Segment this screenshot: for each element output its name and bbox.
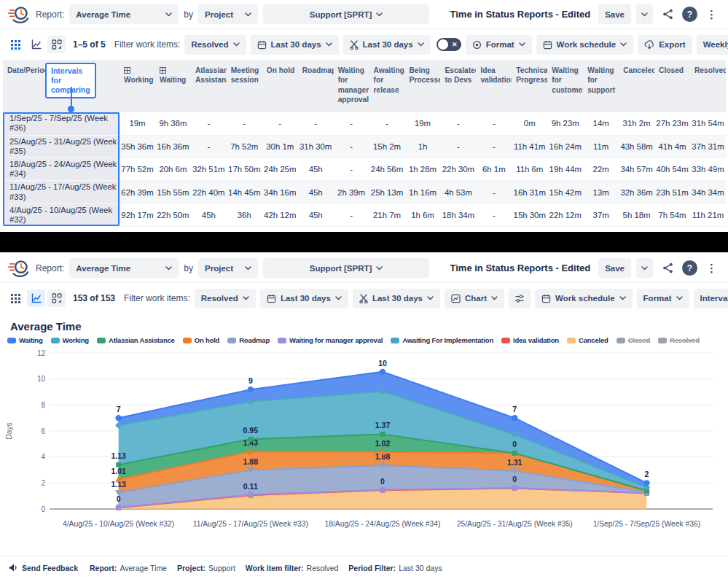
pivot-view-button[interactable]: [47, 36, 66, 53]
chart-marker[interactable]: [512, 485, 517, 491]
column-header[interactable]: Awaiting for release: [369, 60, 405, 112]
status-filter-select[interactable]: Resolved: [184, 35, 246, 55]
report-type-select[interactable]: Average Time: [69, 258, 179, 278]
compare-toggle[interactable]: ✕: [437, 38, 461, 51]
chart-marker[interactable]: [512, 415, 517, 421]
status-filter-select[interactable]: Resolved: [195, 289, 256, 308]
duration-cell: 7h 52m: [227, 135, 262, 158]
report-type-select[interactable]: Average Time: [69, 4, 179, 24]
column-header[interactable]: Being Processed: [405, 60, 441, 112]
created-date-filter[interactable]: Last 30 days: [251, 35, 339, 55]
chart-marker[interactable]: [380, 432, 385, 437]
legend-swatch: [391, 338, 399, 343]
column-header[interactable]: Waiting for customer: [547, 60, 583, 112]
share-button[interactable]: [658, 259, 677, 278]
work-schedule-button[interactable]: Work schedule: [536, 35, 634, 55]
interval-button[interactable]: Interval: [694, 289, 728, 308]
work-schedule-button[interactable]: Work schedule: [535, 289, 633, 308]
duration-cell: 42h 12m: [262, 203, 298, 226]
column-header[interactable]: Waiting: [155, 60, 191, 112]
y-tick-label: 2: [41, 479, 45, 487]
column-header[interactable]: Technical Progress: [512, 60, 547, 112]
chevron-down-icon: [491, 296, 498, 300]
legend-item[interactable]: Closed: [617, 336, 650, 344]
legend-item[interactable]: Idea validation: [501, 336, 559, 344]
legend-item[interactable]: Waiting for manager approval: [278, 336, 383, 344]
column-header[interactable]: Escalated to Devs: [440, 60, 476, 112]
column-header[interactable]: Resolved: [690, 60, 726, 112]
column-header[interactable]: Waiting for support: [583, 60, 619, 112]
chart-type-button[interactable]: Chart: [445, 289, 504, 308]
trim-period-filter[interactable]: Last 30 days: [353, 289, 440, 308]
duration-cell: 32h 51m: [191, 158, 227, 180]
legend-item[interactable]: On hold: [183, 336, 219, 344]
send-feedback-button[interactable]: Send Feedback: [9, 563, 78, 572]
export-button[interactable]: Export: [638, 35, 692, 55]
help-button[interactable]: ?: [682, 260, 697, 276]
app-logo-icon: [7, 257, 31, 279]
duration-cell: -: [440, 112, 476, 135]
duration-cell: 16h 24m: [547, 135, 583, 158]
duration-cell: 34h 16m: [262, 181, 298, 203]
chart-title: Average Time: [10, 320, 728, 333]
footer-meta-item: Report:Average Time: [90, 564, 167, 572]
chart-marker[interactable]: [115, 504, 121, 510]
created-date-filter[interactable]: Last 30 days: [260, 289, 348, 308]
chart-view-button[interactable]: [27, 290, 45, 307]
trim-period-filter[interactable]: Last 30 days: [343, 35, 431, 55]
save-options-button[interactable]: [636, 4, 653, 24]
column-header[interactable]: Idea validation: [476, 60, 512, 112]
column-header[interactable]: On hold: [262, 60, 298, 112]
chart-marker[interactable]: [116, 462, 121, 467]
chart-marker[interactable]: [248, 491, 254, 497]
chart-marker[interactable]: [380, 486, 385, 492]
column-header[interactable]: Working: [120, 60, 155, 112]
project-select[interactable]: Support [SPRT]: [263, 258, 429, 278]
duration-cell: 45h: [191, 203, 227, 226]
legend-item[interactable]: Working: [51, 336, 89, 344]
column-header[interactable]: Closed: [654, 60, 690, 112]
grid-view-button[interactable]: [7, 290, 25, 307]
chart-marker[interactable]: [380, 369, 385, 375]
legend-item[interactable]: Waiting: [7, 336, 43, 344]
grid-view-button[interactable]: [7, 36, 25, 53]
column-header[interactable]: Roadmap: [298, 60, 334, 112]
legend-item[interactable]: Resolved: [658, 336, 700, 344]
group-by-select[interactable]: Project: [198, 4, 258, 24]
save-options-button[interactable]: [636, 258, 653, 278]
chevron-down-icon: [641, 266, 648, 271]
project-select[interactable]: Support [SPRT]: [263, 4, 429, 24]
pivot-view-button[interactable]: [47, 290, 66, 307]
more-menu-button[interactable]: ⋮: [702, 8, 721, 21]
save-button[interactable]: Save: [598, 258, 631, 278]
chart-marker[interactable]: [512, 451, 517, 456]
legend-item[interactable]: Awaiting For Implementation: [391, 336, 493, 344]
chart-marker[interactable]: [248, 386, 254, 392]
format-button[interactable]: Format: [637, 289, 689, 308]
legend-item[interactable]: Atlassian Assistance: [97, 336, 175, 344]
column-header[interactable]: Meeting session: [227, 60, 262, 112]
toggle-x-icon: ✕: [452, 40, 458, 49]
help-button[interactable]: ?: [682, 7, 697, 22]
chart-view-button[interactable]: [27, 36, 45, 53]
footer-meta-item: Work item filter:Resolved: [246, 564, 339, 572]
table-row: 4/Aug/25 - 10/Aug/25 (Week #32)92h 17m22…: [3, 203, 726, 226]
format-button[interactable]: Format: [466, 35, 532, 55]
share-button[interactable]: [658, 5, 677, 24]
legend-item[interactable]: Canceled: [567, 336, 608, 344]
filter-label: Filter work items:: [114, 39, 181, 50]
save-button[interactable]: Save: [598, 4, 631, 24]
group-by-select[interactable]: Project: [198, 258, 258, 278]
duration-cell: 27h 23m: [654, 112, 690, 135]
duration-cell: 31h 2m: [619, 112, 654, 135]
chart-marker[interactable]: [115, 415, 121, 421]
chart-marker[interactable]: [248, 437, 253, 442]
column-header[interactable]: Atlassian Assistance: [191, 60, 227, 112]
chart-settings-button[interactable]: [509, 289, 531, 308]
chart-marker[interactable]: [643, 480, 649, 486]
column-header[interactable]: Canceled: [619, 60, 654, 112]
legend-item[interactable]: Roadmap: [227, 336, 270, 344]
more-menu-button[interactable]: ⋮: [702, 262, 721, 275]
interval-select[interactable]: Weekly: [697, 35, 728, 55]
column-header[interactable]: Waiting for manager approval: [334, 60, 369, 112]
